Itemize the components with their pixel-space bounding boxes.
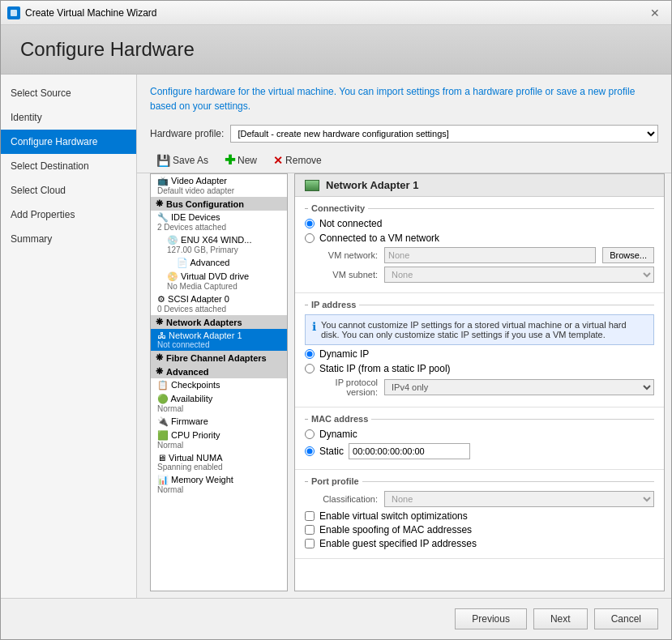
tree-item-ide-devices[interactable]: 🔧 IDE Devices 2 Devices attached [151, 211, 287, 233]
tree-item-checkpoints[interactable]: 📋 Checkpoints [151, 378, 287, 392]
wizard-window: Create Virtual Machine Wizard ✕ Configur… [0, 0, 672, 640]
tree-item-firmware[interactable]: 🔌 Firmware [151, 415, 287, 429]
ip-address-label: IP address [305, 300, 654, 309]
sidebar-item-configure-hardware[interactable]: Configure Hardware [1, 130, 136, 154]
classification-label: Classification: [305, 494, 378, 504]
ip-protocol-select[interactable]: IPv4 only [384, 379, 654, 395]
vm-network-row: VM network: Browse... [305, 247, 654, 263]
previous-button[interactable]: Previous [455, 608, 527, 629]
tree-item-dvd-drive[interactable]: 📀 Virtual DVD drive No Media Captured [151, 270, 287, 292]
ip-info-box: ℹ You cannot customize IP settings for a… [305, 314, 654, 345]
detail-title: Network Adapter 1 [326, 179, 418, 191]
static-mac-row: Static [305, 443, 654, 459]
tree-item-availability[interactable]: 🟢 Availability Normal [151, 392, 287, 415]
dynamic-ip-label: Dynamic IP [319, 348, 369, 360]
connectivity-section: Connectivity Not connected Connected to … [295, 197, 664, 293]
footer: Previous Next Cancel [1, 598, 671, 639]
content-header: Configure hardware for the virtual machi… [137, 75, 671, 120]
content-area: Configure hardware for the virtual machi… [137, 75, 671, 598]
static-ip-radio[interactable] [305, 364, 315, 373]
mac-value-input[interactable] [349, 443, 470, 459]
dynamic-mac-row: Dynamic [305, 429, 654, 440]
hw-profile-label: Hardware profile: [150, 128, 224, 139]
next-button[interactable]: Next [533, 608, 588, 629]
tree-section-bus: ❋ Bus Configuration [151, 197, 287, 211]
title-bar: Create Virtual Machine Wizard ✕ [1, 1, 671, 25]
hw-tree[interactable]: 📺 Video Adapter Default video adapter ❋ … [150, 173, 288, 591]
svg-rect-0 [11, 10, 17, 16]
static-mac-radio[interactable] [305, 446, 315, 456]
sidebar-item-add-properties[interactable]: Add Properties [1, 203, 136, 227]
tree-item-advanced-disk[interactable]: 📄 Advanced [151, 256, 287, 270]
hw-profile-select[interactable]: [Default - create new hardware configura… [230, 125, 658, 143]
page-title: Configure Hardware [20, 38, 652, 61]
remove-icon: ✕ [273, 154, 283, 167]
hw-profile-row: Hardware profile: [Default - create new … [137, 120, 671, 147]
toolbar: 💾 Save As ✚ New ✕ Remove [137, 147, 671, 173]
vm-network-input[interactable] [384, 247, 596, 263]
guest-ip-checkbox[interactable] [305, 539, 315, 548]
static-mac-label: Static [319, 446, 344, 457]
ip-address-section: IP address ℹ You cannot customize IP set… [295, 293, 664, 407]
dynamic-mac-label: Dynamic [319, 429, 357, 440]
sidebar-item-select-destination[interactable]: Select Destination [1, 154, 136, 178]
vm-network-label: VM network: [305, 250, 378, 260]
spoofing-row: Enable spoofing of MAC addresses [305, 524, 654, 535]
vm-subnet-select[interactable]: None [384, 267, 654, 283]
not-connected-row: Not connected [305, 218, 654, 229]
window-icon [7, 6, 20, 19]
new-icon: ✚ [225, 152, 235, 168]
static-ip-row: Static IP (from a static IP pool) [305, 363, 654, 374]
main-body: Select Source Identity Configure Hardwar… [1, 75, 671, 598]
port-profile-label: Port profile [305, 476, 654, 486]
tree-item-virtual-numa[interactable]: 🖥 Virtual NUMA Spanning enabled [151, 451, 287, 473]
tree-item-cpu-priority[interactable]: 🟩 CPU Priority Normal [151, 429, 287, 451]
dynamic-ip-radio[interactable] [305, 349, 315, 359]
dynamic-mac-radio[interactable] [305, 429, 315, 439]
new-button[interactable]: ✚ New [218, 151, 263, 169]
tree-item-scsi-adapter[interactable]: ⚙ SCSI Adapter 0 0 Devices attached [151, 292, 287, 315]
vswitch-opt-label: Enable virtual switch optimizations [319, 510, 468, 522]
vm-subnet-row: VM subnet: None [305, 267, 654, 283]
tree-item-enu-disk[interactable]: 💿 ENU X64 WIND... 127.00 GB, Primary [151, 233, 287, 256]
content-description: Configure hardware for the virtual machi… [150, 84, 658, 113]
mac-address-section: MAC address Dynamic Static [295, 407, 664, 470]
connected-vm-radio[interactable] [305, 233, 315, 243]
not-connected-radio[interactable] [305, 219, 315, 228]
close-button[interactable]: ✕ [645, 3, 665, 23]
remove-button[interactable]: ✕ Remove [267, 152, 328, 169]
info-icon: ℹ [312, 320, 316, 339]
guest-ip-label: Enable guest specified IP addresses [319, 538, 477, 549]
connected-vm-row: Connected to a VM network [305, 233, 654, 244]
sidebar-item-select-source[interactable]: Select Source [1, 81, 136, 105]
vswitch-opt-row: Enable virtual switch optimizations [305, 510, 654, 522]
not-connected-label: Not connected [319, 218, 382, 229]
tree-section-advanced: ❋ Advanced [151, 365, 287, 378]
browse-button[interactable]: Browse... [602, 247, 654, 263]
hw-detail: Network Adapter 1 Connectivity Not conne… [294, 173, 665, 591]
sidebar: Select Source Identity Configure Hardwar… [1, 75, 137, 598]
tree-section-network-adapters: ❋ Network Adapters [151, 315, 287, 329]
dynamic-ip-row: Dynamic IP [305, 348, 654, 360]
detail-header: Network Adapter 1 [295, 174, 664, 197]
sidebar-item-identity[interactable]: Identity [1, 105, 136, 130]
window-title: Create Virtual Machine Wizard [25, 7, 645, 19]
content-panels: 📺 Video Adapter Default video adapter ❋ … [137, 173, 671, 598]
static-ip-label: Static IP (from a static IP pool) [319, 363, 451, 374]
ip-protocol-label: IP protocol version: [305, 378, 378, 397]
spoofing-checkbox[interactable] [305, 525, 315, 535]
tree-item-memory-weight[interactable]: 📊 Memory Weight Normal [151, 473, 287, 496]
tree-item-network-adapter-1[interactable]: 🖧 Network Adapter 1 Not connected [151, 329, 287, 351]
sidebar-item-summary[interactable]: Summary [1, 227, 136, 251]
vswitch-opt-checkbox[interactable] [305, 511, 315, 521]
sidebar-item-select-cloud[interactable]: Select Cloud [1, 178, 136, 203]
save-as-button[interactable]: 💾 Save As [150, 152, 215, 169]
vm-subnet-label: VM subnet: [305, 270, 378, 279]
guest-ip-row: Enable guest specified IP addresses [305, 538, 654, 549]
tree-item-video-adapter[interactable]: 📺 Video Adapter Default video adapter [151, 174, 287, 197]
header-banner: Configure Hardware [1, 25, 671, 75]
mac-address-label: MAC address [305, 414, 654, 424]
cancel-button[interactable]: Cancel [594, 608, 658, 629]
classification-select[interactable]: None [384, 491, 654, 507]
ip-protocol-row: IP protocol version: IPv4 only [305, 378, 654, 397]
